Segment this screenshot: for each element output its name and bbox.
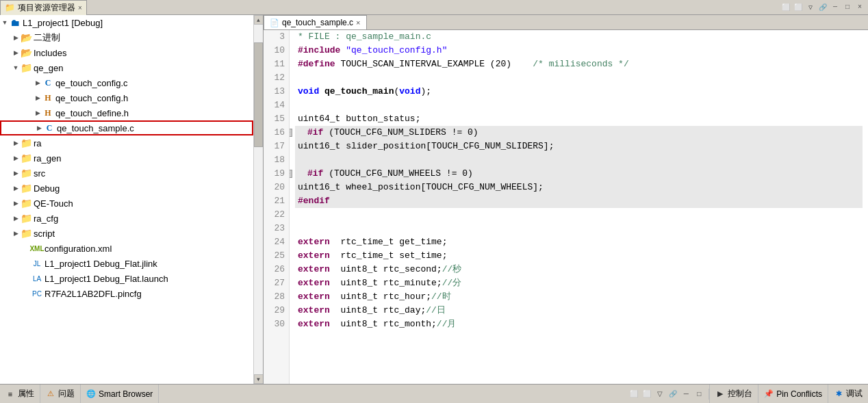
line-number: 29 — [268, 304, 285, 317]
tree-item-debug_flat_launch[interactable]: LAL1_project1 Debug_Flat.launch — [0, 271, 253, 286]
br-icon4[interactable]: 🔗 — [667, 389, 678, 400]
bottom-tab-debug[interactable]: ✱ 调试 — [828, 385, 868, 403]
tree-arrow: ▶ — [11, 168, 21, 178]
tree-item-src[interactable]: ▶📁src — [0, 166, 253, 181]
code-line: extern rtc_time_t get_time; — [295, 235, 863, 249]
tree-arrow: ▶ — [11, 229, 21, 238]
line-numbers: 3101112131415161718192021222324252627282… — [264, 30, 290, 384]
file-type-icon: 📁 — [21, 198, 31, 209]
tree-label: configuration.xml — [44, 244, 112, 254]
file-type-icon: 📁 — [21, 183, 31, 194]
line-number: 17 — [268, 140, 285, 153]
scroll-thumb[interactable] — [254, 42, 263, 147]
tab-close-icon[interactable]: × — [356, 18, 360, 27]
link-icon[interactable]: 🔗 — [817, 2, 828, 13]
br-icon3[interactable]: ▽ — [654, 389, 665, 400]
code-line: uint64_t button_status; — [295, 112, 863, 126]
properties-icon: ≡ — [5, 389, 15, 399]
bottom-tab-pinconflicts[interactable]: 📌 Pin Conflicts — [758, 385, 828, 403]
br-icon6[interactable]: □ — [693, 389, 704, 400]
smartbrowser-icon: 🌐 — [86, 389, 96, 399]
bottom-tab-problems[interactable]: ⚠ 问题 — [40, 385, 81, 403]
code-line — [295, 153, 863, 167]
code-area[interactable]: * FILE : qe_sample_main.c#include "qe_to… — [290, 30, 868, 384]
bottom-tab-properties[interactable]: ≡ 属性 — [0, 385, 40, 403]
tree-arrow: ▼ — [11, 63, 21, 73]
code-line: extern uint8_t rtc_day;//日 — [295, 304, 863, 317]
tree-item-ra_cfg[interactable]: ▶📁ra_cfg — [0, 211, 253, 226]
tree-label: script — [34, 229, 55, 239]
tree-label: Debug — [34, 183, 60, 194]
minimize-icon[interactable]: ─ — [830, 2, 841, 13]
tree-label: Includes — [34, 48, 66, 58]
tree-arrow — [22, 289, 31, 298]
tree-label: qe_touch_config.c — [55, 78, 128, 88]
code-line: * FILE : qe_sample_main.c — [295, 30, 863, 44]
scroll-up-arrow[interactable]: ▲ — [254, 15, 264, 25]
properties-label: 属性 — [18, 388, 34, 400]
tree-item-qe_touch_define_h[interactable]: ▶Hqe_touch_define.h — [0, 105, 253, 120]
code-line: uint16_t slider_position[TOUCH_CFG_NUM_S… — [295, 140, 863, 153]
tree-item-ra[interactable]: ▶📁ra — [0, 135, 253, 151]
filter-icon[interactable]: ▽ — [805, 2, 816, 13]
scroll-down-arrow[interactable]: ▼ — [254, 374, 264, 384]
tree-item-binary[interactable]: ▶📂二进制 — [0, 30, 253, 45]
problems-icon: ⚠ — [46, 389, 55, 399]
line-number: 19 — [268, 167, 285, 181]
tree-item-qe_gen[interactable]: ▼📁qe_gen — [0, 60, 253, 75]
editor-tab[interactable]: 📄 qe_touch_sample.c × — [264, 15, 367, 29]
code-line: extern uint8_t rtc_hour;//时 — [295, 290, 863, 304]
code-line: uint16_t wheel_position[TOUCH_CFG_NUM_WH… — [295, 181, 863, 194]
code-line: void qe_touch_main(void); — [295, 85, 863, 99]
fold-icon[interactable]: − — [290, 170, 292, 178]
tree-item-root[interactable]: ▼🖿L1_project1 [Debug] — [0, 15, 253, 30]
console-icon: ▶ — [715, 389, 725, 399]
tree-item-debug[interactable]: ▶📁Debug — [0, 181, 253, 196]
line-number: 30 — [268, 317, 285, 331]
top-bar: 📁 项目资源管理器 × ⬜ ⬜ ▽ 🔗 ─ □ × — [0, 0, 868, 15]
br-icon2[interactable]: ⬜ — [641, 389, 652, 400]
fold-icon[interactable]: − — [290, 129, 292, 137]
editor-tab-bar: 📄 qe_touch_sample.c × — [264, 15, 868, 30]
file-type-icon: 📁 — [21, 62, 31, 73]
line-number: 20 — [268, 181, 285, 194]
tree-arrow: ▶ — [11, 213, 21, 223]
line-number: 23 — [268, 222, 285, 235]
smartbrowser-label: Smart Browser — [99, 389, 153, 399]
tree-item-qe_touch_config_c[interactable]: ▶Cqe_touch_config.c — [0, 75, 253, 90]
br-icon1[interactable]: ⬜ — [628, 389, 639, 400]
br-icon5[interactable]: ─ — [680, 389, 691, 400]
tree-item-qe_touch_config_h[interactable]: ▶Hqe_touch_config.h — [0, 90, 253, 105]
bottom-tab-console[interactable]: ▶ 控制台 — [709, 385, 758, 403]
file-type-icon: 🖿 — [10, 17, 21, 28]
problems-label: 问题 — [58, 388, 75, 400]
bottom-tab-smartbrowser[interactable]: 🌐 Smart Browser — [81, 385, 159, 403]
tree-label: qe_touch_define.h — [55, 108, 129, 118]
project-explorer-tab[interactable]: 📁 项目资源管理器 × — [0, 0, 87, 15]
close-icon[interactable]: × — [78, 4, 82, 12]
tree-label: 二进制 — [34, 31, 60, 44]
tree-item-qe_touch[interactable]: ▶📁QE-Touch — [0, 196, 253, 211]
tree-item-qe_touch_sample_c[interactable]: ▶Cqe_touch_sample.c — [0, 120, 253, 135]
tree-item-configuration_xml[interactable]: XMLconfiguration.xml — [0, 241, 253, 256]
tree-item-includes[interactable]: ▶📂Includes — [0, 45, 253, 60]
tree-item-pincfg[interactable]: PCR7FA2L1AB2DFL.pincfg — [0, 286, 253, 301]
code-line: extern uint8_t rtc_month;//月 — [295, 317, 863, 331]
code-line — [295, 99, 863, 112]
console-label: 控制台 — [728, 388, 752, 400]
tree-label: R7FA2L1AB2DFL.pincfg — [44, 289, 142, 299]
line-number: 11 — [268, 57, 285, 71]
tree-item-debug_flat_jlink[interactable]: JLL1_project1 Debug_Flat.jlink — [0, 256, 253, 271]
copy2-icon[interactable]: ⬜ — [793, 2, 804, 13]
close2-icon[interactable]: × — [854, 2, 865, 13]
tree-arrow: ▶ — [11, 138, 21, 148]
tree-item-ra_gen[interactable]: ▶📁ra_gen — [0, 151, 253, 166]
maximize-icon[interactable]: □ — [842, 2, 853, 13]
panel-tab-label: 项目资源管理器 — [18, 2, 75, 14]
tree-label: L1_project1 [Debug] — [23, 18, 103, 28]
line-number: 13 — [268, 85, 285, 99]
tree-item-script[interactable]: ▶📁script — [0, 226, 253, 241]
line-number: 18 — [268, 153, 285, 167]
code-line — [295, 208, 863, 222]
copy-icon[interactable]: ⬜ — [780, 2, 791, 13]
